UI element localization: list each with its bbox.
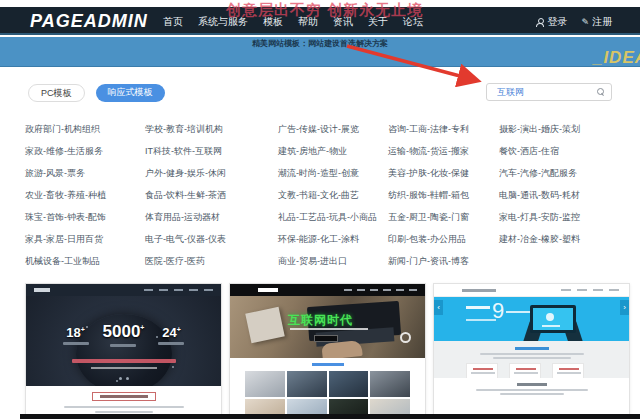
carousel-prev-arrow[interactable]: ‹ [434, 300, 443, 315]
category-link[interactable]: 文教-书籍-文化-曲艺 [278, 189, 388, 211]
category-link[interactable]: 餐饮-酒店-住宿 [499, 145, 620, 167]
heading-placeholder [517, 383, 547, 386]
photo-grid [245, 371, 410, 416]
tablet-graphic [530, 305, 576, 333]
category-link[interactable]: 运输-物流-货运-搬家 [388, 145, 499, 167]
mini-navbar [26, 284, 221, 296]
hero-button-placeholder [314, 335, 338, 342]
category-link[interactable]: IT科技-软件-互联网 [145, 145, 278, 167]
stat-item: 24+ [158, 325, 184, 345]
category-grid: 政府部门-机构组织 家政-维修-生活服务 旅游-风景-票务 农业-畜牧-养殖-种… [25, 123, 620, 277]
category-link[interactable]: 建筑-房地产-物业 [278, 145, 388, 167]
carousel-dots [26, 377, 221, 380]
person-icon [536, 18, 544, 26]
carousel-next-arrow[interactable]: › [620, 300, 629, 315]
section-heading-placeholder [515, 347, 549, 350]
category-link[interactable]: 商业-贸易-进出口 [278, 255, 388, 277]
card2-body [230, 358, 425, 416]
hands-graphic [321, 340, 362, 358]
text-placeholder [493, 357, 571, 359]
pen-icon: ✎ [581, 17, 589, 27]
category-link[interactable]: 电脑-通讯-数码-耗材 [499, 189, 620, 211]
stat-item: 5000+ [103, 322, 145, 347]
text-placeholder [500, 393, 564, 395]
desk-photo-hero: 互联网时代 [230, 296, 425, 358]
search-icon[interactable] [597, 88, 604, 95]
login-label: 登录 [547, 15, 567, 29]
category-link[interactable]: 礼品-工艺品-玩具-小商品 [278, 211, 388, 233]
mini-logo [462, 289, 496, 292]
card1-footer [26, 386, 221, 416]
category-link[interactable]: 美容-护肤-化妆-保健 [388, 167, 499, 189]
section-heading-placeholder [312, 363, 344, 366]
template-preview-internet-era[interactable]: 互联网时代 [229, 283, 426, 416]
mini-logo [258, 288, 278, 292]
category-link[interactable]: 汽车-汽修-汽配服务 [499, 167, 620, 189]
ring-icon [400, 332, 411, 343]
category-link[interactable]: 政府部门-机构组织 [25, 123, 145, 145]
category-link[interactable]: 珠宝-首饰-钟表-配饰 [25, 211, 145, 233]
nav-item-home[interactable]: 首页 [163, 15, 183, 29]
category-link[interactable]: 户外-健身-娱乐-休闲 [145, 167, 278, 189]
category-link[interactable]: 家电-灯具-安防-监控 [499, 211, 620, 233]
stat-item: 18+ [63, 325, 89, 345]
category-link[interactable]: 农业-畜牧-养殖-种植 [25, 189, 145, 211]
search-input[interactable] [487, 84, 591, 100]
register-link[interactable]: ✎ 注册 [581, 15, 612, 29]
tab-pc-templates[interactable]: PC模板 [28, 84, 85, 102]
category-link[interactable]: 电子-电气-仪器-仪表 [145, 233, 278, 255]
register-label: 注册 [592, 15, 612, 29]
category-link[interactable]: 建材-冶金-橡胶-塑料 [499, 233, 620, 255]
page: 创意层出不穷 创新永无止境 PAGEADMIN 首页 系统与服务 模板 帮助 资… [0, 0, 640, 419]
category-link[interactable]: 环保-能源-化工-涂料 [278, 233, 388, 255]
mini-navbar [230, 284, 425, 296]
banner-slogan: 精美网站模板：网站建设首选解决方案 [0, 38, 640, 49]
category-link[interactable]: 旅游-风景-票务 [25, 167, 145, 189]
category-link[interactable]: 咨询-工商-法律-专利 [388, 123, 499, 145]
category-link[interactable]: 潮流-时尚-造型-创意 [278, 167, 388, 189]
mini-navbar [434, 284, 629, 297]
category-link[interactable]: 家具-家居-日用百货 [25, 233, 145, 255]
template-preview-dark-stats[interactable]: 18+ 5000+ 24+ [25, 283, 222, 416]
text-placeholder [476, 389, 588, 391]
mini-menu [344, 289, 417, 291]
login-link[interactable]: 登录 [536, 15, 567, 29]
mini-menu [144, 289, 213, 291]
text-placeholder [480, 353, 584, 355]
bottom-dark-bar [20, 414, 640, 419]
dark-hero: 18+ 5000+ 24+ [26, 296, 221, 386]
template-preview-cyan-corporate[interactable]: 9 ‹ › [433, 283, 630, 416]
outlined-label-placeholder [92, 392, 156, 401]
promo-banner[interactable]: 精美网站模板：网站建设首选解决方案 _IDEA [0, 37, 640, 67]
template-type-tabs: PC模板 响应式模板 [28, 84, 165, 102]
category-link[interactable]: 医院-医疗-医药 [145, 255, 278, 277]
watermark-text: 创意层出不穷 创新永无止境 [226, 1, 423, 20]
banner-brand-text: _IDEA [593, 48, 640, 67]
site-logo[interactable]: PAGEADMIN [30, 11, 148, 32]
headline-placeholder [72, 359, 176, 363]
mini-menu [561, 289, 619, 291]
search-box [486, 83, 612, 101]
mini-logo [34, 288, 50, 292]
subtext-placeholder [91, 367, 157, 369]
paper-graphic [245, 307, 284, 343]
category-link[interactable]: 机械设备-工业制品 [25, 255, 145, 277]
category-link[interactable]: 广告-传媒-设计-展览 [278, 123, 388, 145]
category-link[interactable]: 食品-饮料-生鲜-茶酒 [145, 189, 278, 211]
category-link[interactable]: 新闻-门户-资讯-博客 [388, 255, 499, 277]
category-link[interactable]: 摄影-演出-婚庆-策划 [499, 123, 620, 145]
stats-row: 18+ 5000+ 24+ [26, 322, 221, 347]
cyan-hero: 9 [434, 297, 629, 341]
text-placeholder [64, 406, 184, 408]
category-link[interactable]: 五金-厨卫-陶瓷-门窗 [388, 211, 499, 233]
category-link[interactable]: 家政-维修-生活服务 [25, 145, 145, 167]
text-placeholder [466, 319, 496, 321]
category-link[interactable]: 学校-教育-培训机构 [145, 123, 278, 145]
card3-footer [434, 378, 629, 399]
auth-area: 登录 ✎ 注册 [536, 15, 612, 29]
category-link[interactable]: 纺织-服饰-鞋帽-箱包 [388, 189, 499, 211]
category-link[interactable]: 体育用品-运动器材 [145, 211, 278, 233]
tab-responsive-templates[interactable]: 响应式模板 [96, 84, 165, 102]
category-link[interactable]: 印刷-包装-办公用品 [388, 233, 499, 255]
subtext-placeholder [290, 328, 368, 330]
